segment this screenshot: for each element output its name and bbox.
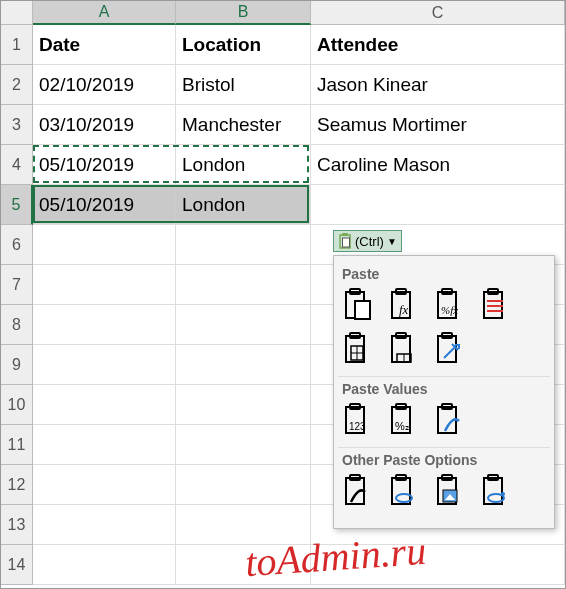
row-header-10[interactable]: 10	[1, 385, 33, 425]
paste-values-numfmt-icon[interactable]: %₂	[388, 403, 420, 437]
paste-linked-picture-icon[interactable]	[480, 474, 512, 508]
row-header-9[interactable]: 9	[1, 345, 33, 385]
cell-B10[interactable]	[176, 385, 311, 425]
cell-B6[interactable]	[176, 225, 311, 265]
paste-no-borders-icon[interactable]	[480, 288, 512, 322]
cell-B13[interactable]	[176, 505, 311, 545]
cell-B12[interactable]	[176, 465, 311, 505]
paste-formulas-numfmt-icon[interactable]: %fx	[434, 288, 466, 322]
svg-text:%₂: %₂	[395, 420, 409, 432]
svg-text:123: 123	[349, 421, 366, 432]
cell-B9[interactable]	[176, 345, 311, 385]
svg-rect-45	[484, 478, 502, 504]
svg-rect-38	[392, 478, 410, 504]
cell-B5[interactable]: London	[176, 185, 311, 225]
cell-A10[interactable]	[33, 385, 176, 425]
cell-A5[interactable]: 05/10/2019	[33, 185, 176, 225]
cell-A14[interactable]	[33, 545, 176, 585]
smart-tag-label: (Ctrl)	[355, 234, 384, 249]
row-header-8[interactable]: 8	[1, 305, 33, 345]
svg-point-48	[501, 492, 505, 496]
paste-transpose-icon[interactable]	[388, 332, 420, 366]
cell-A2[interactable]: 02/10/2019	[33, 65, 176, 105]
paste-options-menu: Paste fx %fx Paste Values 123 %₂ Other P…	[333, 255, 555, 529]
paste-link-icon[interactable]	[434, 332, 466, 366]
svg-rect-5	[355, 301, 370, 319]
col-header-A[interactable]: A	[33, 1, 176, 25]
col-header-B[interactable]: B	[176, 1, 311, 25]
cell-B4[interactable]: London	[176, 145, 311, 185]
spreadsheet-window: A B C 1 Date Location Attendee 2 02/10/2…	[0, 0, 566, 589]
row-header-7[interactable]: 7	[1, 265, 33, 305]
paste-col-widths-icon[interactable]	[342, 332, 374, 366]
row-header-13[interactable]: 13	[1, 505, 33, 545]
cell-B11[interactable]	[176, 425, 311, 465]
row-header-5[interactable]: 5	[1, 185, 33, 225]
paste-picture-icon[interactable]	[434, 474, 466, 508]
cell-B8[interactable]	[176, 305, 311, 345]
cell-C4[interactable]: Caroline Mason	[311, 145, 565, 185]
paste-options-smart-tag[interactable]: (Ctrl) ▼	[333, 230, 402, 252]
paste-values-section-title: Paste Values	[342, 381, 546, 397]
paste-section-title: Paste	[342, 266, 546, 282]
cell-B1[interactable]: Location	[176, 25, 311, 65]
svg-rect-2	[343, 238, 350, 247]
paste-formatting-icon[interactable]	[342, 474, 374, 508]
cell-B7[interactable]	[176, 265, 311, 305]
svg-text:fx: fx	[399, 302, 409, 317]
clipboard-icon	[338, 233, 352, 249]
row-header-4[interactable]: 4	[1, 145, 33, 185]
cell-A13[interactable]	[33, 505, 176, 545]
cell-A11[interactable]	[33, 425, 176, 465]
row-header-1[interactable]: 1	[1, 25, 33, 65]
cell-A1[interactable]: Date	[33, 25, 176, 65]
svg-rect-17	[346, 336, 364, 362]
cell-B2[interactable]: Bristol	[176, 65, 311, 105]
cell-C5[interactable]	[311, 185, 565, 225]
cell-B14[interactable]	[176, 545, 311, 585]
chevron-down-icon: ▼	[387, 236, 397, 247]
cell-C2[interactable]: Jason Kinear	[311, 65, 565, 105]
cell-C14[interactable]	[311, 545, 565, 585]
paste-values-icon[interactable]: 123	[342, 403, 374, 437]
paste-reference-icon[interactable]	[388, 474, 420, 508]
row-header-6[interactable]: 6	[1, 225, 33, 265]
cell-C1[interactable]: Attendee	[311, 25, 565, 65]
paste-values-srcfmt-icon[interactable]	[434, 403, 466, 437]
paste-icon[interactable]	[342, 288, 374, 322]
col-header-C[interactable]: C	[311, 1, 565, 25]
select-all-corner[interactable]	[1, 1, 33, 25]
cell-B3[interactable]: Manchester	[176, 105, 311, 145]
row-header-11[interactable]: 11	[1, 425, 33, 465]
other-paste-section-title: Other Paste Options	[342, 452, 546, 468]
cell-A4[interactable]: 05/10/2019	[33, 145, 176, 185]
cell-A8[interactable]	[33, 305, 176, 345]
row-header-14[interactable]: 14	[1, 545, 33, 585]
cell-A6[interactable]	[33, 225, 176, 265]
cell-A9[interactable]	[33, 345, 176, 385]
cell-C3[interactable]: Seamus Mortimer	[311, 105, 565, 145]
row-header-3[interactable]: 3	[1, 105, 33, 145]
row-header-2[interactable]: 2	[1, 65, 33, 105]
cell-A7[interactable]	[33, 265, 176, 305]
svg-text:%fx: %fx	[441, 304, 458, 316]
svg-rect-1	[342, 233, 348, 236]
paste-formulas-icon[interactable]: fx	[388, 288, 420, 322]
svg-rect-22	[392, 336, 410, 362]
row-header-12[interactable]: 12	[1, 465, 33, 505]
cell-A12[interactable]	[33, 465, 176, 505]
cell-A3[interactable]: 03/10/2019	[33, 105, 176, 145]
